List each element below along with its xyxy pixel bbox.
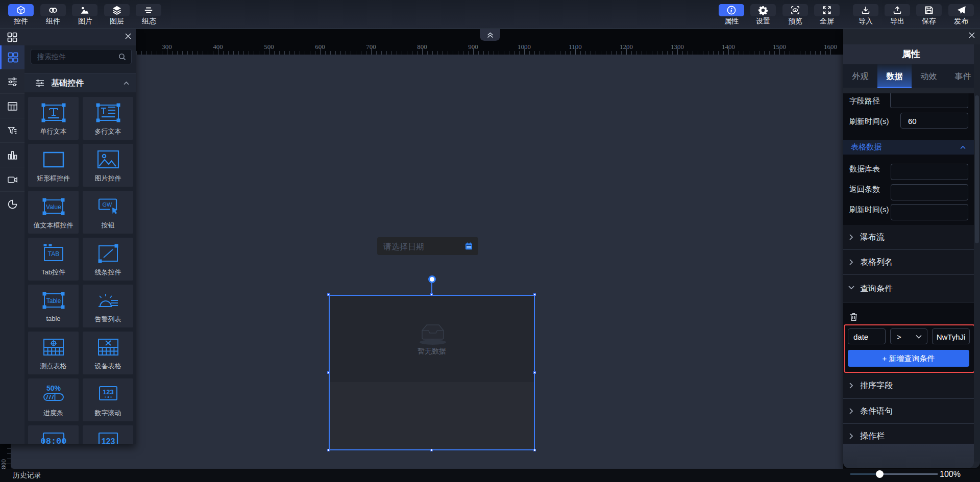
svg-text:TAB: TAB (47, 250, 59, 258)
svg-text:123: 123 (103, 388, 114, 396)
svg-text:GW: GW (102, 201, 112, 208)
svg-text:Value: Value (46, 204, 61, 211)
svg-text:123: 123 (101, 437, 115, 444)
svg-text:Table: Table (46, 297, 61, 305)
svg-text:08:00: 08:00 (40, 437, 66, 444)
svg-text:50%: 50% (46, 384, 61, 392)
